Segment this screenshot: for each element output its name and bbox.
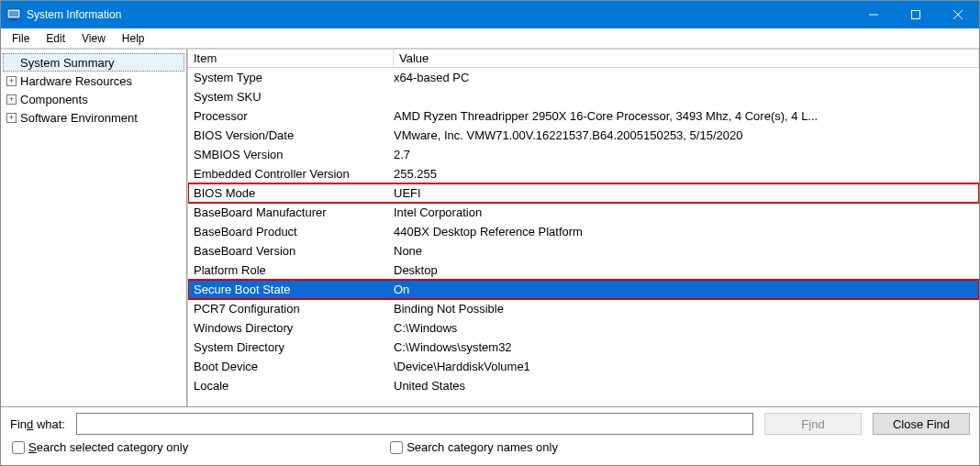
cell-value: 2.7 (394, 148, 979, 161)
cell-item: Locale (188, 379, 394, 393)
cell-item: Boot Device (188, 360, 394, 373)
cell-value: \Device\HarddiskVolume1 (394, 360, 979, 373)
table-row[interactable]: BaseBoard VersionNone (188, 241, 979, 261)
details-grid[interactable]: Item Value System Typex64-based PCSystem… (188, 50, 979, 406)
table-row[interactable]: SMBIOS Version2.7 (188, 145, 979, 164)
cell-value: x64-based PC (394, 71, 979, 84)
cell-item: System SKU (188, 90, 394, 104)
table-row[interactable]: Platform RoleDesktop (188, 261, 979, 280)
find-bar: Find what: Find Close Find Search select… (1, 406, 979, 465)
cell-item: System Directory (188, 340, 394, 354)
maximize-button[interactable] (895, 1, 937, 28)
tree-node-label: Software Environment (20, 111, 138, 125)
search-selected-category-only-checkbox[interactable]: Search selected category only (12, 440, 188, 454)
table-row[interactable]: BIOS Version/DateVMware, Inc. VMW71.00V.… (188, 126, 979, 145)
titlebar-left: System Information (6, 7, 121, 22)
table-row[interactable]: System SKU (188, 87, 979, 106)
table-row[interactable]: Secure Boot StateOn (188, 280, 979, 299)
cell-item: BIOS Mode (188, 186, 394, 200)
cell-item: Secure Boot State (188, 283, 394, 296)
tree-node-system-summary[interactable]: System Summary (3, 53, 184, 72)
search-category-names-only-checkbox[interactable]: Search category names only (390, 440, 558, 454)
checkbox-input[interactable] (12, 441, 25, 454)
menu-help[interactable]: Help (115, 31, 152, 46)
system-information-window: System Information File Edit View Help S… (0, 0, 980, 466)
titlebar: System Information (1, 1, 979, 28)
table-row[interactable]: Boot Device\Device\HarddiskVolume1 (188, 357, 979, 376)
cell-item: Embedded Controller Version (188, 167, 394, 181)
expand-icon[interactable]: + (6, 113, 17, 123)
navigation-tree[interactable]: System Summary + Hardware Resources + Co… (1, 50, 187, 406)
menu-edit[interactable]: Edit (39, 31, 72, 46)
cell-item: BaseBoard Version (188, 244, 394, 258)
window-controls (852, 1, 979, 28)
table-row[interactable]: Embedded Controller Version255.255 (188, 164, 979, 183)
checkbox-label: Search category names only (406, 440, 558, 454)
cell-value: C:\Windows (394, 321, 979, 335)
main-panel: Item Value System Typex64-based PCSystem… (187, 50, 979, 406)
cell-item: BaseBoard Product (188, 225, 394, 239)
cell-value: Binding Not Possible (394, 302, 979, 316)
cell-item: SMBIOS Version (188, 148, 394, 161)
find-options: Search selected category only Search cat… (10, 440, 970, 454)
tree-node-software-environment[interactable]: + Software Environment (3, 108, 184, 127)
cell-value: United States (394, 379, 979, 393)
tree-node-hardware-resources[interactable]: + Hardware Resources (3, 72, 184, 90)
column-header-value[interactable]: Value (394, 50, 979, 67)
cell-value: C:\Windows\system32 (394, 340, 979, 354)
cell-item: System Type (188, 71, 394, 84)
table-row[interactable]: Windows DirectoryC:\Windows (188, 318, 979, 338)
cell-value: Intel Corporation (394, 205, 979, 219)
cell-item: BIOS Version/Date (188, 128, 394, 142)
svg-rect-2 (9, 11, 18, 17)
cell-value: Desktop (394, 263, 979, 277)
menu-file[interactable]: File (5, 31, 37, 46)
table-row[interactable]: ProcessorAMD Ryzen Threadripper 2950X 16… (188, 106, 979, 126)
table-row[interactable]: BaseBoard Product440BX Desktop Reference… (188, 222, 979, 241)
table-row[interactable]: BaseBoard ManufacturerIntel Corporation (188, 203, 979, 222)
find-row: Find what: Find Close Find (10, 413, 970, 435)
body: System Summary + Hardware Resources + Co… (1, 49, 979, 406)
menubar: File Edit View Help (1, 28, 979, 49)
table-row[interactable]: System DirectoryC:\Windows\system32 (188, 338, 979, 357)
cell-item: Platform Role (188, 263, 394, 277)
cell-value: None (394, 244, 979, 258)
window-title: System Information (27, 8, 121, 21)
grid-header: Item Value (188, 50, 979, 68)
expand-icon[interactable]: + (6, 94, 17, 105)
cell-value: UEFI (394, 186, 979, 200)
table-row[interactable]: PCR7 ConfigurationBinding Not Possible (188, 299, 979, 318)
cell-value: 440BX Desktop Reference Platform (394, 225, 979, 239)
cell-value: 255.255 (394, 167, 979, 181)
cell-value: On (394, 283, 979, 296)
tree-node-label: Hardware Resources (20, 74, 132, 88)
table-row[interactable]: LocaleUnited States (188, 376, 979, 395)
cell-value: AMD Ryzen Threadripper 2950X 16-Core Pro… (394, 109, 979, 123)
cell-item: BaseBoard Manufacturer (188, 205, 394, 219)
cell-item: PCR7 Configuration (188, 302, 394, 316)
expand-icon[interactable]: + (6, 76, 17, 86)
menu-view[interactable]: View (74, 31, 113, 46)
table-row[interactable]: BIOS ModeUEFI (188, 183, 979, 203)
find-what-input[interactable] (76, 413, 753, 435)
checkbox-label: Search selected category only (28, 440, 188, 454)
cell-item: Windows Directory (188, 321, 394, 335)
column-header-item[interactable]: Item (188, 50, 394, 67)
svg-rect-1 (10, 19, 17, 21)
app-icon (6, 7, 21, 22)
cell-value: VMware, Inc. VMW71.00V.16221537.B64.2005… (394, 128, 979, 142)
tree-node-components[interactable]: + Components (3, 90, 184, 108)
checkbox-input[interactable] (390, 441, 403, 454)
svg-rect-4 (912, 11, 920, 19)
close-button[interactable] (937, 1, 979, 28)
find-button[interactable]: Find (764, 413, 862, 435)
table-row[interactable]: System Typex64-based PC (188, 68, 979, 87)
tree-node-label: System Summary (20, 56, 115, 70)
cell-item: Processor (188, 109, 394, 123)
minimize-button[interactable] (852, 1, 895, 28)
find-what-label: Find what: (10, 417, 65, 431)
close-find-button[interactable]: Close Find (873, 413, 970, 435)
tree-node-label: Components (20, 93, 88, 106)
